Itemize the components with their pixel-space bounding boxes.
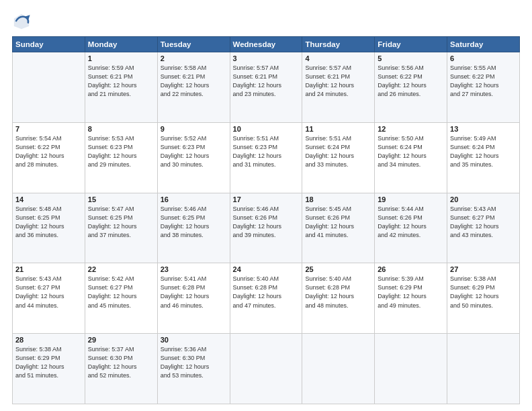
calendar-cell: 1Sunrise: 5:59 AM Sunset: 6:21 PM Daylig… [85,52,157,123]
day-number: 7 [15,125,82,133]
calendar-cell: 26Sunrise: 5:39 AM Sunset: 6:29 PM Dayli… [375,263,447,334]
weekday-header-row: SundayMondayTuesdayWednesdayThursdayFrid… [13,37,520,52]
day-info: Sunrise: 5:37 AM Sunset: 6:30 PM Dayligh… [88,345,154,380]
weekday-header: Tuesday [157,37,230,52]
calendar-cell: 14Sunrise: 5:48 AM Sunset: 6:25 PM Dayli… [13,193,85,263]
day-info: Sunrise: 5:40 AM Sunset: 6:28 PM Dayligh… [305,275,371,310]
day-info: Sunrise: 5:54 AM Sunset: 6:22 PM Dayligh… [15,134,82,169]
calendar-week-row: 21Sunrise: 5:43 AM Sunset: 6:27 PM Dayli… [13,263,520,334]
calendar-cell: 3Sunrise: 5:57 AM Sunset: 6:21 PM Daylig… [230,52,302,123]
day-number: 27 [450,265,517,273]
header [12,12,520,31]
calendar-cell: 29Sunrise: 5:37 AM Sunset: 6:30 PM Dayli… [85,334,157,404]
day-number: 6 [450,54,517,62]
day-info: Sunrise: 5:39 AM Sunset: 6:29 PM Dayligh… [378,275,444,310]
calendar-cell: 27Sunrise: 5:38 AM Sunset: 6:29 PM Dayli… [447,263,520,334]
day-number: 16 [161,195,227,203]
calendar-cell: 22Sunrise: 5:42 AM Sunset: 6:27 PM Dayli… [85,263,157,334]
calendar-cell: 16Sunrise: 5:46 AM Sunset: 6:25 PM Dayli… [157,193,230,263]
day-info: Sunrise: 5:38 AM Sunset: 6:29 PM Dayligh… [450,275,517,310]
day-number: 3 [233,54,300,62]
calendar-week-row: 7Sunrise: 5:54 AM Sunset: 6:22 PM Daylig… [13,122,520,193]
day-number: 28 [15,336,82,344]
weekday-header: Monday [85,37,157,52]
calendar-cell: 24Sunrise: 5:40 AM Sunset: 6:28 PM Dayli… [230,263,302,334]
calendar-week-row: 14Sunrise: 5:48 AM Sunset: 6:25 PM Dayli… [13,193,520,263]
day-info: Sunrise: 5:40 AM Sunset: 6:28 PM Dayligh… [233,275,300,310]
day-info: Sunrise: 5:49 AM Sunset: 6:24 PM Dayligh… [450,134,517,169]
calendar-cell: 23Sunrise: 5:41 AM Sunset: 6:28 PM Dayli… [157,263,230,334]
day-number: 18 [305,195,371,203]
calendar-cell: 20Sunrise: 5:43 AM Sunset: 6:27 PM Dayli… [447,193,520,263]
day-info: Sunrise: 5:57 AM Sunset: 6:21 PM Dayligh… [233,64,300,99]
calendar-cell: 18Sunrise: 5:45 AM Sunset: 6:26 PM Dayli… [302,193,375,263]
weekday-header: Friday [375,37,447,52]
day-number: 9 [161,125,227,133]
day-info: Sunrise: 5:46 AM Sunset: 6:25 PM Dayligh… [161,205,227,240]
calendar-cell: 2Sunrise: 5:58 AM Sunset: 6:21 PM Daylig… [157,52,230,123]
day-info: Sunrise: 5:51 AM Sunset: 6:24 PM Dayligh… [305,134,371,169]
logo [12,12,34,31]
calendar-cell [13,52,85,123]
calendar-week-row: 28Sunrise: 5:38 AM Sunset: 6:29 PM Dayli… [13,334,520,404]
day-info: Sunrise: 5:57 AM Sunset: 6:21 PM Dayligh… [305,64,371,99]
day-info: Sunrise: 5:51 AM Sunset: 6:23 PM Dayligh… [233,134,300,169]
day-number: 14 [15,195,82,203]
calendar-cell: 5Sunrise: 5:56 AM Sunset: 6:22 PM Daylig… [375,52,447,123]
page: SundayMondayTuesdayWednesdayThursdayFrid… [0,0,532,411]
day-number: 26 [378,265,444,273]
day-info: Sunrise: 5:43 AM Sunset: 6:27 PM Dayligh… [15,275,82,310]
day-info: Sunrise: 5:48 AM Sunset: 6:25 PM Dayligh… [15,205,82,240]
weekday-header: Wednesday [230,37,302,52]
day-info: Sunrise: 5:58 AM Sunset: 6:21 PM Dayligh… [161,64,227,99]
day-number: 24 [233,265,300,273]
day-info: Sunrise: 5:59 AM Sunset: 6:21 PM Dayligh… [88,64,154,99]
day-number: 1 [88,54,154,62]
day-number: 5 [378,54,444,62]
calendar-cell [230,334,302,404]
weekday-header: Sunday [13,37,85,52]
day-number: 21 [15,265,82,273]
weekday-header: Thursday [302,37,375,52]
calendar-cell: 21Sunrise: 5:43 AM Sunset: 6:27 PM Dayli… [13,263,85,334]
calendar-cell: 17Sunrise: 5:46 AM Sunset: 6:26 PM Dayli… [230,193,302,263]
calendar-cell: 28Sunrise: 5:38 AM Sunset: 6:29 PM Dayli… [13,334,85,404]
day-number: 15 [88,195,154,203]
day-info: Sunrise: 5:56 AM Sunset: 6:22 PM Dayligh… [378,64,444,99]
day-info: Sunrise: 5:53 AM Sunset: 6:23 PM Dayligh… [88,134,154,169]
day-info: Sunrise: 5:45 AM Sunset: 6:26 PM Dayligh… [305,205,371,240]
calendar-week-row: 1Sunrise: 5:59 AM Sunset: 6:21 PM Daylig… [13,52,520,123]
calendar-cell: 8Sunrise: 5:53 AM Sunset: 6:23 PM Daylig… [85,122,157,193]
day-info: Sunrise: 5:55 AM Sunset: 6:22 PM Dayligh… [450,64,517,99]
calendar-cell: 11Sunrise: 5:51 AM Sunset: 6:24 PM Dayli… [302,122,375,193]
calendar-cell: 6Sunrise: 5:55 AM Sunset: 6:22 PM Daylig… [447,52,520,123]
day-info: Sunrise: 5:42 AM Sunset: 6:27 PM Dayligh… [88,275,154,310]
day-number: 2 [161,54,227,62]
day-info: Sunrise: 5:52 AM Sunset: 6:23 PM Dayligh… [161,134,227,169]
day-number: 22 [88,265,154,273]
calendar-cell [447,334,520,404]
day-number: 12 [378,125,444,133]
day-info: Sunrise: 5:44 AM Sunset: 6:26 PM Dayligh… [378,205,444,240]
calendar-cell: 25Sunrise: 5:40 AM Sunset: 6:28 PM Dayli… [302,263,375,334]
day-number: 25 [305,265,371,273]
calendar-cell: 30Sunrise: 5:36 AM Sunset: 6:30 PM Dayli… [157,334,230,404]
day-info: Sunrise: 5:43 AM Sunset: 6:27 PM Dayligh… [450,205,517,240]
day-number: 30 [161,336,227,344]
day-number: 17 [233,195,300,203]
calendar-cell: 10Sunrise: 5:51 AM Sunset: 6:23 PM Dayli… [230,122,302,193]
day-number: 8 [88,125,154,133]
calendar-cell: 7Sunrise: 5:54 AM Sunset: 6:22 PM Daylig… [13,122,85,193]
day-number: 11 [305,125,371,133]
day-info: Sunrise: 5:50 AM Sunset: 6:24 PM Dayligh… [378,134,444,169]
calendar-cell: 13Sunrise: 5:49 AM Sunset: 6:24 PM Dayli… [447,122,520,193]
day-info: Sunrise: 5:46 AM Sunset: 6:26 PM Dayligh… [233,205,300,240]
calendar-cell [375,334,447,404]
day-info: Sunrise: 5:41 AM Sunset: 6:28 PM Dayligh… [161,275,227,310]
day-number: 4 [305,54,371,62]
day-number: 29 [88,336,154,344]
weekday-header: Saturday [447,37,520,52]
day-number: 10 [233,125,300,133]
calendar-table: SundayMondayTuesdayWednesdayThursdayFrid… [12,36,520,404]
day-info: Sunrise: 5:38 AM Sunset: 6:29 PM Dayligh… [15,345,82,380]
